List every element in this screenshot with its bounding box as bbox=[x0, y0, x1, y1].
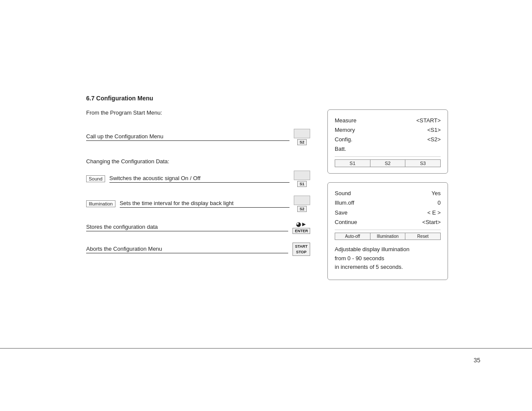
stores-text: Stores the configuration data bbox=[86, 224, 288, 231]
config-row-continue: Continue<Start> bbox=[335, 218, 441, 227]
screen-btn-s2: S2 bbox=[370, 159, 406, 167]
call-up-text: Call up the Configuration Menu bbox=[86, 133, 289, 141]
s2-key-callup: S2 bbox=[294, 129, 310, 145]
screen-btn-autooff: Auto-off bbox=[335, 233, 370, 240]
start-stop-key: STARTSTOP bbox=[292, 243, 310, 256]
config-row-illum: Illum.off0 bbox=[335, 198, 441, 208]
program-menu-screen: Measure<START> Memory<S1> Config.<S2> Ba… bbox=[327, 109, 448, 174]
sound-text: Switches the acoustic signal On / Off bbox=[109, 175, 289, 183]
section-title: 6.7 Configuration Menu bbox=[86, 95, 448, 102]
page-number: 35 bbox=[473, 357, 480, 364]
menu-row-config: Config.<S2> bbox=[335, 135, 441, 144]
aborts-text: Aborts the Configuration Menu bbox=[86, 246, 288, 253]
config-menu-screen: SoundYes Illum.off0 Save< E > Continue<S… bbox=[327, 182, 448, 280]
config-row-save: Save< E > bbox=[335, 208, 441, 218]
illumination-text: Sets the time interval for the display b… bbox=[120, 200, 289, 208]
screen-btn-reset: Reset bbox=[405, 233, 441, 240]
config-row-sound: SoundYes bbox=[335, 189, 441, 198]
s2-key-illum: S2 bbox=[294, 196, 310, 212]
menu-row-batt: Batt. bbox=[335, 144, 441, 154]
menu-row-memory: Memory<S1> bbox=[335, 125, 441, 135]
illumination-tag: Illumination bbox=[86, 200, 115, 207]
sound-tag: Sound bbox=[86, 175, 105, 182]
changing-label: Changing the Configuration Data: bbox=[86, 158, 310, 165]
screen-btn-s3: S3 bbox=[405, 159, 441, 167]
intro-text: From the Program Start Menu: bbox=[86, 109, 310, 116]
screen-btn-illumination: Illumination bbox=[370, 233, 406, 240]
s1-key: S1 bbox=[294, 171, 310, 187]
menu-row-measure: Measure<START> bbox=[335, 116, 441, 125]
screen-btn-s1: S1 bbox=[335, 159, 370, 167]
page-divider bbox=[0, 348, 532, 349]
illumination-note: Adjustable display illumination from 0 -… bbox=[335, 243, 441, 274]
enter-key: ◕► ENTER bbox=[292, 221, 310, 234]
